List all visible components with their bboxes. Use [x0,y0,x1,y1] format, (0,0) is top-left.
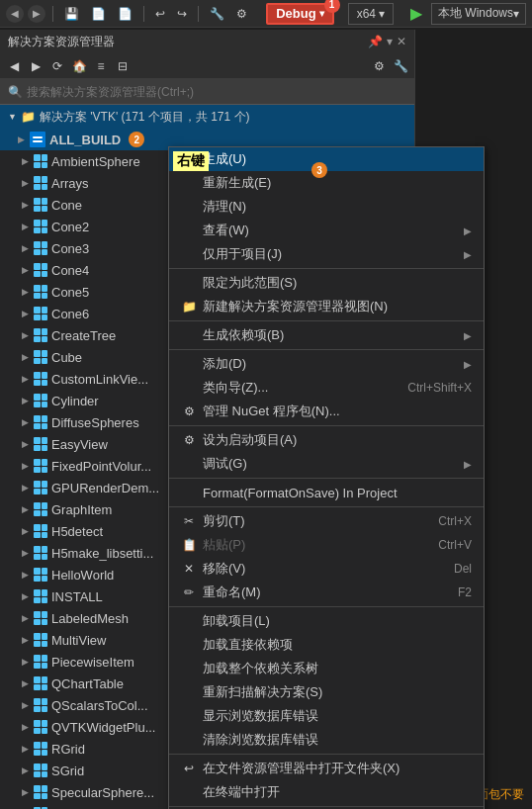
badge-3: 3 [311,162,327,178]
context-menu-item-remove[interactable]: ✕移除(V)Del [169,557,484,581]
refresh-icon: ↩ [181,761,197,776]
cm-label: 移除(V) [203,560,245,578]
x64-button[interactable]: x64 ▾ [348,3,394,25]
context-menu-item-format[interactable]: Format(FormatOnSave) In Project [169,481,484,504]
tree-item-arrow: ▶ [20,265,30,275]
auto-hide-btn[interactable]: 📌 [368,35,383,48]
tree-item-label: Cone2 [51,220,89,234]
context-menu-item-project_only[interactable]: 仅用于项目(J)▶ [169,242,484,266]
undo-btn[interactable]: ↩ [151,4,169,24]
tree-item-icon [34,176,47,190]
all-build-arrow: ▶ [16,135,26,144]
cm-label: 限定为此范围(S) [203,274,297,292]
settings-btn[interactable]: ⚙ [232,4,251,24]
tree-item-icon [34,698,47,712]
empty-icon [181,327,197,343]
back-btn[interactable]: ◀ [6,5,24,23]
tree-item-icon [34,589,47,603]
tree-item-arrow: ▶ [20,222,30,231]
context-menu-item-unload[interactable]: 卸载项目(L) [169,609,484,633]
collapse-btn[interactable]: ⊟ [113,56,133,76]
context-menu-item-show_browse_errors[interactable]: 显示浏览数据库错误 [169,704,484,728]
search-input[interactable] [27,85,406,99]
submenu-arrow: ▶ [464,225,472,236]
context-menu-item-clear_browse_errors[interactable]: 清除浏览数据库错误 [169,728,484,752]
context-menu-item-rescan[interactable]: 重新扫描解决方案(S) [169,680,484,704]
tree-item-arrow: ▶ [20,744,30,754]
save-all-btn[interactable]: 💾 [60,4,83,24]
context-menu-item-startup[interactable]: ⚙设为启动项目(A) [169,428,484,452]
tree-item-label: QVTKWidgetPlu... [51,720,155,735]
context-menu-separator [169,425,484,426]
empty-icon [181,356,197,372]
tree-item-arrow: ▶ [20,156,30,166]
panel-title: 解决方案资源管理器 [8,34,115,50]
solution-root[interactable]: ▼ 📁 解决方案 'VTK' (171 个项目，共 171 个) [0,105,414,129]
run-button[interactable]: ▶ [405,3,427,25]
context-menu-item-class_wizard[interactable]: 类向导(Z)...Ctrl+Shift+X [169,376,484,400]
context-menu-item-deps[interactable]: 生成依赖项(B)▶ [169,323,484,347]
context-menu-item-add[interactable]: 添加(D)▶ [169,352,484,376]
cm-label: 清除浏览数据库错误 [203,731,318,749]
tree-item-arrow: ▶ [20,309,30,318]
tools-btn[interactable]: 🔧 [206,4,228,24]
panel-menu-btn[interactable]: ▾ [387,35,393,48]
tree-item-icon [34,307,47,320]
tree-item-arrow: ▶ [20,504,30,514]
file-btn1[interactable]: 📄 [87,4,110,24]
tools-proj-btn[interactable]: 🔧 [391,56,410,76]
context-menu-separator [169,754,484,755]
forward-proj-btn[interactable]: ▶ [26,56,45,76]
forward-btn[interactable]: ▶ [28,5,45,23]
tree-item-label: QScalarsToCol... [51,698,148,713]
debug-dropdown-arrow: ▾ [319,8,324,19]
paste-icon: 📋 [181,537,197,553]
tree-item-arrow: ▶ [20,330,30,340]
tree-item-icon [34,415,47,429]
empty-icon [181,275,197,291]
tree-item-arrow: ▶ [20,787,30,797]
settings-proj-btn[interactable]: ⚙ [369,56,389,76]
sep1 [52,6,53,22]
tree-item-arrow: ▶ [20,178,30,188]
panel-close-btn[interactable]: ✕ [397,35,406,48]
tree-item-label: Cone4 [51,263,89,278]
context-menu-item-all_deps[interactable]: 加载整个依赖关系树 [169,657,484,680]
context-menu-item-debug[interactable]: 调试(G)▶ [169,452,484,476]
back-proj-btn[interactable]: ◀ [4,56,24,76]
context-menu-item-open_terminal[interactable]: 在终端中打开 [169,780,484,804]
filter-btn[interactable]: ≡ [91,56,111,76]
empty-icon [181,175,197,191]
context-menu-item-paste[interactable]: 📋粘贴(P)Ctrl+V [169,533,484,557]
local-windows-button[interactable]: 本地 Windows ▾ [431,3,526,25]
empty-icon [181,199,197,215]
context-menu-item-open_in_explorer[interactable]: ↩在文件资源管理器中打开文件夹(X) [169,757,484,780]
cm-label: 在终端中打开 [203,783,280,801]
context-menu: 生成(U)重新生成(E)清理(N)查看(W)▶仅用于项目(J)▶限定为此范围(S… [168,146,485,809]
empty-icon [181,784,197,800]
tree-item-arrow: ▶ [20,374,30,384]
context-menu-item-nuget[interactable]: ⚙管理 NuGet 程序包(N)... [169,400,484,423]
context-menu-item-rebuild[interactable]: 重新生成(E) [169,171,484,195]
redo-btn[interactable]: ↪ [173,4,191,24]
context-menu-item-view[interactable]: 查看(W)▶ [169,219,484,242]
tree-item-label: CustomLinkVie... [51,372,148,387]
badge-2: 2 [129,132,144,147]
sync-btn[interactable]: ⟳ [47,56,67,76]
solution-icon: 📁 [21,110,36,124]
cm-label: 显示浏览数据库错误 [203,707,318,725]
home-btn[interactable]: 🏠 [69,56,89,76]
tree-item-arrow: ▶ [20,613,30,623]
tree-item-icon [34,285,47,299]
tree-item-arrow: ▶ [20,352,30,362]
file-btn2[interactable]: 📄 [114,4,136,24]
context-menu-item-new_view[interactable]: 📁新建解决方案资源管理器视图(N) [169,295,484,318]
tree-item-icon [34,220,47,233]
context-menu-item-cut[interactable]: ✂剪切(T)Ctrl+X [169,509,484,533]
tree-item-icon [34,611,47,625]
context-menu-item-direct_deps[interactable]: 加载直接依赖项 [169,633,484,657]
context-menu-item-scope[interactable]: 限定为此范围(S) [169,271,484,295]
context-menu-item-rename[interactable]: ✏重命名(M)F2 [169,581,484,604]
context-menu-item-clean[interactable]: 清理(N) [169,195,484,219]
sep2 [143,6,144,22]
